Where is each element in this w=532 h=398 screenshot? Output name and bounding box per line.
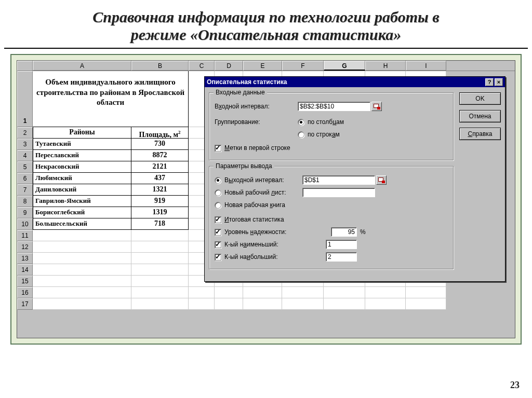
cancel-button[interactable]: Отмена <box>459 110 501 122</box>
row-header-17[interactable]: 17 <box>17 298 33 310</box>
data-area[interactable]: 1319 <box>131 207 189 218</box>
close-icon[interactable]: × <box>495 78 503 86</box>
new-sheet-field[interactable] <box>302 188 375 197</box>
labels-first-row-checkbox[interactable] <box>215 145 221 152</box>
data-district[interactable]: Переславский <box>33 150 131 161</box>
col-header-E[interactable]: E <box>243 61 282 71</box>
col-header-C[interactable]: C <box>189 61 215 71</box>
cell[interactable] <box>215 298 243 310</box>
data-district[interactable]: Борисоглебский <box>33 207 131 218</box>
row-header-14[interactable]: 14 <box>17 264 33 276</box>
row-header-12[interactable]: 12 <box>17 241 33 253</box>
row-header-4[interactable]: 4 <box>17 150 33 161</box>
dialog-titlebar[interactable]: Описательная статистика ? × <box>205 77 505 87</box>
cell[interactable] <box>189 298 215 310</box>
data-district[interactable]: Гаврилов-Ямский <box>33 196 131 207</box>
cell[interactable] <box>131 287 189 298</box>
row-header-8[interactable]: 8 <box>17 196 33 207</box>
confidence-checkbox[interactable] <box>215 229 221 236</box>
cell[interactable] <box>189 287 215 298</box>
row-header-16[interactable]: 16 <box>17 287 33 298</box>
cell[interactable] <box>33 230 131 241</box>
cell[interactable] <box>215 287 243 298</box>
cell[interactable] <box>406 287 446 298</box>
col-header-F[interactable]: F <box>282 61 324 71</box>
row-header-5[interactable]: 5 <box>17 161 33 173</box>
cell[interactable] <box>33 241 131 253</box>
by-rows-label: по строкам <box>308 131 340 138</box>
data-area[interactable]: 8872 <box>131 150 189 161</box>
confidence-field[interactable]: 95 <box>331 227 357 237</box>
input-range-field[interactable]: $B$2:$B$10 <box>298 102 370 111</box>
output-group: Параметры вывода Выходной интервал: $D$1… <box>209 166 454 270</box>
cell[interactable] <box>131 241 189 253</box>
new-book-radio[interactable] <box>215 202 221 209</box>
kth-smallest-checkbox[interactable] <box>215 241 221 248</box>
help-icon[interactable]: ? <box>485 78 494 86</box>
cell[interactable] <box>282 287 324 298</box>
ok-button[interactable]: OK <box>459 92 501 105</box>
data-district[interactable]: Некрасовский <box>33 161 131 173</box>
row-header-6[interactable]: 6 <box>17 173 33 184</box>
by-rows-radio[interactable] <box>298 131 304 138</box>
kth-smallest-field[interactable]: 1 <box>326 240 357 249</box>
row-header-7[interactable]: 7 <box>17 184 33 196</box>
cell[interactable] <box>282 298 324 310</box>
col-header-H[interactable]: H <box>365 61 406 71</box>
cell[interactable] <box>131 264 189 276</box>
output-range-radio[interactable] <box>215 177 221 184</box>
cell[interactable] <box>33 253 131 264</box>
row-header-1[interactable]: 1 <box>17 71 33 127</box>
cell[interactable] <box>33 298 131 310</box>
col-header-B[interactable]: B <box>131 61 189 71</box>
cell[interactable] <box>131 298 189 310</box>
data-district[interactable]: Любимский <box>33 173 131 184</box>
row-header-2[interactable]: 2 <box>17 127 33 139</box>
data-district[interactable]: Тутаевский <box>33 139 131 150</box>
row-header-9[interactable]: 9 <box>17 207 33 218</box>
cell[interactable] <box>33 287 131 298</box>
cell[interactable] <box>33 276 131 287</box>
col-header-D[interactable]: D <box>215 61 243 71</box>
cell[interactable] <box>131 230 189 241</box>
cell[interactable] <box>406 298 446 310</box>
cell[interactable] <box>365 298 406 310</box>
input-group-label: Входные данные <box>214 89 267 96</box>
data-area[interactable]: 919 <box>131 196 189 207</box>
row-header-10[interactable]: 10 <box>17 218 33 230</box>
data-area[interactable]: 1321 <box>131 184 189 196</box>
data-district[interactable]: Большесельский <box>33 218 131 230</box>
output-group-label: Параметры вывода <box>214 162 274 170</box>
cell[interactable] <box>324 298 365 310</box>
col-header-A[interactable]: A <box>33 61 131 71</box>
row-header-15[interactable]: 15 <box>17 276 33 287</box>
descriptive-stats-dialog: Описательная статистика ? × Входные данн… <box>204 76 506 282</box>
row-header-3[interactable]: 3 <box>17 139 33 150</box>
data-district[interactable]: Даниловский <box>33 184 131 196</box>
cell[interactable] <box>243 287 282 298</box>
cell[interactable] <box>365 287 406 298</box>
output-range-field[interactable]: $D$1 <box>302 175 375 185</box>
range-select-icon-2[interactable] <box>376 175 387 185</box>
cell[interactable] <box>33 264 131 276</box>
cell[interactable] <box>131 276 189 287</box>
by-columns-radio[interactable] <box>298 119 304 126</box>
row-header-11[interactable]: 11 <box>17 230 33 241</box>
col-header-I[interactable]: I <box>406 61 446 71</box>
kth-largest-field[interactable]: 2 <box>326 252 357 262</box>
data-area[interactable]: 437 <box>131 173 189 184</box>
cell[interactable] <box>324 287 365 298</box>
data-area[interactable]: 730 <box>131 139 189 150</box>
col-header-G[interactable]: G <box>324 61 365 71</box>
cell[interactable] <box>131 253 189 264</box>
cell[interactable] <box>243 298 282 310</box>
help-button[interactable]: Справка <box>459 128 501 140</box>
data-area[interactable]: 718 <box>131 218 189 230</box>
new-sheet-radio[interactable] <box>215 189 221 196</box>
new-book-label: Новая рабочая книга <box>224 201 285 209</box>
row-header-13[interactable]: 13 <box>17 253 33 264</box>
summary-checkbox[interactable] <box>215 216 221 223</box>
kth-largest-checkbox[interactable] <box>215 254 221 260</box>
range-select-icon[interactable] <box>371 102 382 111</box>
data-area[interactable]: 2121 <box>131 161 189 173</box>
